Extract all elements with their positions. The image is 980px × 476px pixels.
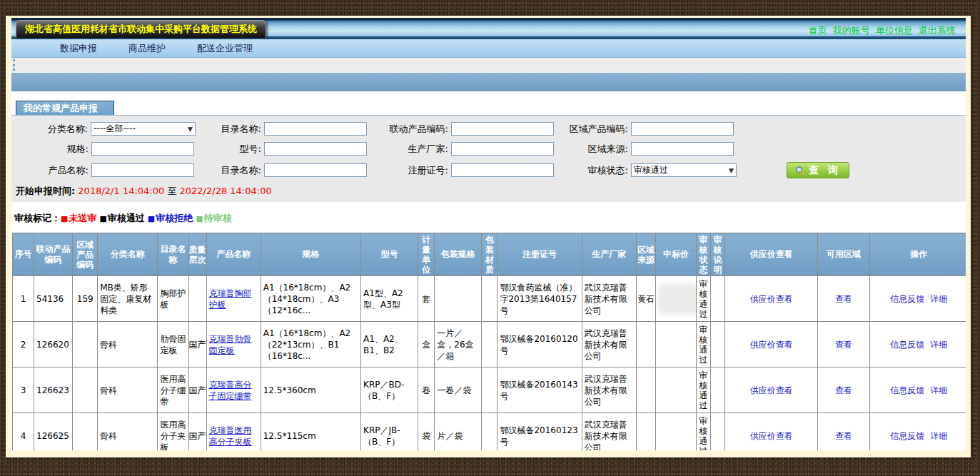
action-link-1[interactable]: 详细 [930, 431, 947, 441]
action-link-1[interactable]: 详细 [930, 385, 947, 395]
legend-item: ■待审核 [196, 213, 231, 223]
cell-audit-note [711, 322, 725, 368]
action-link-0[interactable]: 信息反馈 [890, 431, 924, 441]
column-header-linkage-code: 联动产品编码 [34, 233, 73, 276]
action-link-1[interactable]: 详细 [930, 294, 947, 304]
product-name-link[interactable]: 克瑞普医用高分子夹板 [209, 425, 252, 447]
action-link-0[interactable]: 信息反馈 [890, 385, 924, 395]
product-name-input[interactable] [91, 163, 194, 177]
audit-legend: 审核标记： ■未送审■审核通过■审核拒绝■待审核 [14, 212, 966, 225]
region-source-input[interactable] [631, 142, 734, 156]
product-name-link[interactable]: 克瑞普胸部护板 [209, 288, 252, 310]
menu-data-declare[interactable]: 数据申报 [60, 42, 97, 55]
link-unit-info[interactable]: 单位信息 [876, 24, 913, 37]
column-header-region-source: 区域来源 [636, 233, 655, 276]
legend-item: ■未送审 [61, 213, 96, 223]
cell-bid-price [655, 322, 696, 368]
panel-tab-label: 我的常规产品申报 [24, 102, 98, 115]
cell-category: 骨科 [98, 322, 158, 368]
menu-delivery-enterprise[interactable]: 配送企业管理 [197, 42, 253, 55]
action-link-0[interactable]: 信息反馈 [890, 294, 924, 304]
available-region-link[interactable]: 查看 [835, 385, 852, 395]
supply-price-link[interactable]: 供应价查看 [750, 294, 793, 304]
cell-quality-level: 国产 [188, 413, 206, 451]
available-region-link[interactable]: 查看 [835, 294, 852, 304]
category-select[interactable]: ----全部---- ▼ [91, 122, 196, 136]
action-link-1[interactable]: 详细 [930, 340, 947, 350]
action-link-0[interactable]: 信息反馈 [890, 340, 924, 350]
supply-price-link[interactable]: 供应价查看 [750, 385, 793, 395]
catalog-name-input-2[interactable] [264, 163, 367, 177]
cell-manufacturer: 武汉克瑞普新技术有限公司 [582, 368, 636, 413]
filter-label-product-name: 产品名称: [11, 164, 91, 177]
supply-price-link[interactable]: 供应价查看 [750, 340, 793, 350]
cell-reg-no: 鄂汉械备20160143号 [497, 368, 582, 413]
filter-label-category: 分类名称: [11, 123, 91, 136]
model-input[interactable] [264, 142, 367, 156]
cell-supply-price: 供应价查看 [725, 322, 818, 368]
filter-label-reg-no: 注册证号: [375, 164, 451, 177]
audit-status-select[interactable]: 审核通过 ▼ [631, 163, 737, 177]
cell-quality-level: 国产 [188, 322, 206, 368]
panel-tab-my-declarations[interactable]: 我的常规产品申报 [16, 101, 114, 115]
cell-spec: A1（16*18cm）、A2（14*18cm）、A3（12*16c... [261, 276, 360, 322]
declare-time-joiner: 至 [167, 186, 176, 196]
spec-input[interactable] [91, 142, 194, 156]
column-header-quality-level: 质量层次 [188, 233, 206, 276]
column-header-pack-spec: 包装规格 [435, 233, 482, 276]
cell-spec: 12.5*360cm [261, 368, 360, 413]
cell-manufacturer: 武汉克瑞普新技术有限公司 [582, 322, 636, 368]
legend-square-icon: ■ [148, 214, 155, 223]
cell-supply-price: 供应价查看 [725, 413, 818, 451]
product-name-link[interactable]: 克瑞普肋骨固定板 [209, 334, 252, 355]
cell-pack-spec: 片／袋 [435, 413, 482, 451]
cell-audit-status: 审核通过 [697, 368, 711, 413]
cell-bid-price [655, 368, 696, 413]
catalog-name-input[interactable] [264, 122, 367, 136]
cell-unit: 盒 [418, 322, 435, 368]
cell-audit-status: 审核通过 [697, 413, 711, 451]
manufacturer-input[interactable] [451, 142, 554, 156]
main-menu: 数据申报 商品维护 配送企业管理 [11, 39, 966, 58]
column-header-pack-material: 包装材质 [482, 233, 497, 276]
cell-region-source: 黄石 [636, 276, 655, 322]
cell-region-code [73, 413, 98, 451]
cell-actions: 信息反馈详细 [869, 276, 966, 322]
search-button[interactable]: 查 询 [787, 162, 849, 178]
link-my-account[interactable]: 我的账号 [833, 24, 870, 37]
audit-legend-items: ■未送审■审核通过■审核拒绝■待审核 [61, 212, 235, 225]
system-title-tab[interactable]: 湖北省高值医用耗材省市联动集中采购平台数据管理系统 [16, 20, 266, 38]
cell-actions: 信息反馈详细 [869, 413, 966, 451]
cell-seq: 3 [13, 368, 34, 413]
available-region-link[interactable]: 查看 [835, 431, 852, 441]
cell-pack-material [482, 322, 497, 368]
collapse-handle-icon[interactable] [13, 59, 15, 71]
cell-bid-price [655, 413, 696, 451]
cell-seq: 1 [13, 276, 34, 322]
audit-legend-label: 审核标记： [14, 212, 61, 225]
redacted-price [658, 283, 697, 315]
system-title: 湖北省高值医用耗材省市联动集中采购平台数据管理系统 [25, 23, 257, 36]
link-home[interactable]: 首页 [809, 24, 827, 37]
menu-product-maintain[interactable]: 商品维护 [128, 42, 166, 55]
filter-label-audit-status: 审核状态: [558, 164, 631, 177]
cell-available-region: 查看 [818, 322, 869, 368]
chevron-down-icon: ▼ [729, 167, 734, 174]
available-region-link[interactable]: 查看 [835, 340, 852, 350]
table-header: 序号联动产品编码区域产品编码分类名称目录名称质量层次产品名称规格型号计量单位包装… [13, 233, 966, 276]
product-name-link[interactable]: 克瑞普高分子固定绷带 [209, 380, 252, 401]
linkage-code-input[interactable] [451, 122, 554, 136]
table-row: 2126620骨科肋骨固定板国产克瑞普肋骨固定板A1（16*18cm）、A2（2… [13, 322, 966, 368]
cell-pack-spec: 一片／盒，26盒／箱 [435, 322, 482, 368]
link-logout[interactable]: 退出系统 [919, 24, 956, 37]
filter-label-region-source: 区域来源: [558, 143, 631, 156]
cell-pack-material [482, 413, 497, 451]
cell-unit: 卷 [418, 368, 435, 413]
region-code-input[interactable] [631, 122, 734, 136]
cell-manufacturer: 武汉克瑞普新技术有限公司 [582, 276, 636, 322]
supply-price-link[interactable]: 供应价查看 [750, 431, 793, 441]
column-header-product-name: 产品名称 [206, 233, 261, 276]
reg-no-input[interactable] [451, 163, 554, 177]
column-header-unit: 计量单位 [418, 233, 435, 276]
legend-square-icon: ■ [99, 214, 106, 223]
